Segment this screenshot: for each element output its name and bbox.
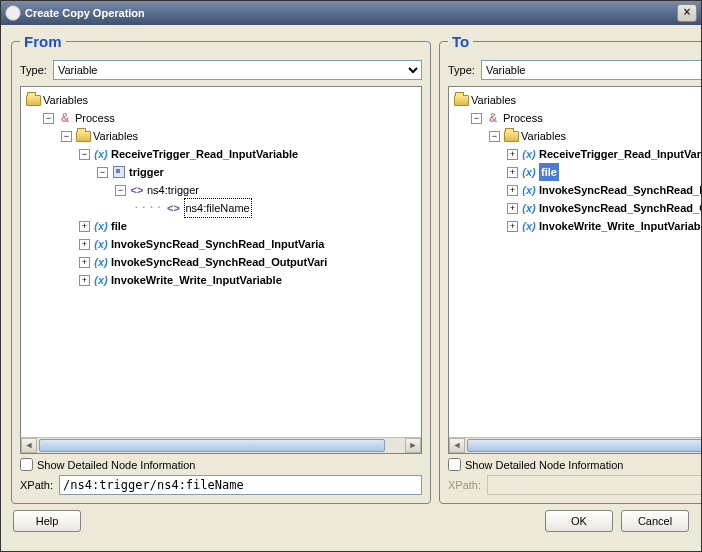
from-show-detail-label[interactable]: Show Detailed Node Information	[37, 459, 195, 471]
to-type-select[interactable]: Variable	[481, 60, 702, 80]
to-panel: To Type: Variable Variables − & Process	[439, 33, 702, 504]
tree-trigger[interactable]: trigger	[129, 163, 164, 181]
from-type-select[interactable]: Variable	[53, 60, 422, 80]
tree-item[interactable]: file	[111, 217, 127, 235]
tree-ns-filename-selected[interactable]: ns4:fileName	[184, 198, 252, 218]
help-button[interactable]: Help	[13, 510, 81, 532]
folder-icon	[454, 95, 469, 106]
variable-icon: (x)	[93, 236, 109, 252]
tree-item[interactable]: ReceiveTrigger_Read_InputVariable	[111, 145, 298, 163]
tree-connector: ····	[133, 199, 164, 217]
expand-icon[interactable]: +	[507, 185, 518, 196]
close-icon[interactable]: ×	[677, 4, 697, 22]
tree-ns-trigger[interactable]: ns4:trigger	[147, 181, 199, 199]
tree-vars-folder[interactable]: Variables	[521, 127, 566, 145]
folder-icon	[504, 131, 519, 142]
scroll-left-icon[interactable]: ◄	[449, 438, 465, 453]
from-type-label: Type:	[20, 64, 47, 76]
expand-icon[interactable]: +	[507, 167, 518, 178]
tree-item[interactable]: InvokeSyncRead_SynchRead_InputVaria	[111, 235, 324, 253]
horizontal-scrollbar[interactable]: ◄ ►	[21, 437, 421, 453]
variable-icon: (x)	[93, 254, 109, 270]
tree-item[interactable]: InvokeWrite_Write_InputVariable	[539, 217, 702, 235]
folder-icon	[26, 95, 41, 106]
tree-item-selected[interactable]: file	[539, 163, 559, 181]
expand-icon[interactable]: +	[79, 257, 90, 268]
variable-icon: (x)	[521, 182, 537, 198]
variable-icon: (x)	[521, 200, 537, 216]
scroll-right-icon[interactable]: ►	[405, 438, 421, 453]
tree-root[interactable]: Variables	[471, 91, 516, 109]
tree-item[interactable]: InvokeSyncRead_SynchRead_OutputVari	[111, 253, 327, 271]
variable-icon: (x)	[521, 164, 537, 180]
collapse-icon[interactable]: −	[43, 113, 54, 124]
process-icon: &	[485, 110, 501, 126]
tree-process[interactable]: Process	[503, 109, 543, 127]
collapse-icon[interactable]: −	[61, 131, 72, 142]
cancel-button[interactable]: Cancel	[621, 510, 689, 532]
to-show-detail-checkbox[interactable]	[448, 458, 461, 471]
collapse-icon[interactable]: −	[489, 131, 500, 142]
from-tree[interactable]: Variables − & Process − Variables − (x) …	[20, 86, 422, 454]
ns-element-icon: <>	[129, 182, 145, 198]
to-xpath-input	[487, 475, 702, 495]
variable-icon: (x)	[521, 146, 537, 162]
expand-icon[interactable]: +	[79, 239, 90, 250]
process-icon: &	[57, 110, 73, 126]
collapse-icon[interactable]: −	[97, 167, 108, 178]
variable-icon: (x)	[93, 272, 109, 288]
to-show-detail-label[interactable]: Show Detailed Node Information	[465, 459, 623, 471]
tree-process[interactable]: Process	[75, 109, 115, 127]
tree-item[interactable]: InvokeWrite_Write_InputVariable	[111, 271, 282, 289]
from-show-detail-checkbox[interactable]	[20, 458, 33, 471]
folder-icon	[76, 131, 91, 142]
collapse-icon[interactable]: −	[471, 113, 482, 124]
to-legend: To	[448, 33, 473, 50]
scroll-left-icon[interactable]: ◄	[21, 438, 37, 453]
to-xpath-label: XPath:	[448, 479, 481, 491]
from-legend: From	[20, 33, 66, 50]
ns-element-icon: <>	[166, 200, 182, 216]
expand-icon[interactable]: +	[79, 275, 90, 286]
expand-icon[interactable]: +	[507, 149, 518, 160]
variable-icon: (x)	[93, 218, 109, 234]
tree-item[interactable]: ReceiveTrigger_Read_InputVariable	[539, 145, 702, 163]
expand-icon[interactable]: +	[507, 221, 518, 232]
element-icon	[113, 166, 125, 178]
app-icon	[5, 5, 21, 21]
variable-icon: (x)	[521, 218, 537, 234]
titlebar: Create Copy Operation ×	[1, 1, 701, 25]
window-title: Create Copy Operation	[25, 7, 145, 19]
expand-icon[interactable]: +	[507, 203, 518, 214]
horizontal-scrollbar[interactable]: ◄ ►	[449, 437, 702, 453]
dialog-button-bar: Help OK Cancel	[1, 508, 701, 542]
tree-item[interactable]: InvokeSyncRead_SynchRead_InputVaria	[539, 181, 702, 199]
collapse-icon[interactable]: −	[79, 149, 90, 160]
from-panel: From Type: Variable Variables − & Proces…	[11, 33, 431, 504]
to-type-label: Type:	[448, 64, 475, 76]
collapse-icon[interactable]: −	[115, 185, 126, 196]
variable-icon: (x)	[93, 146, 109, 162]
tree-vars-folder[interactable]: Variables	[93, 127, 138, 145]
ok-button[interactable]: OK	[545, 510, 613, 532]
to-tree[interactable]: Variables − & Process − Variables + (x) …	[448, 86, 702, 454]
expand-icon[interactable]: +	[79, 221, 90, 232]
from-xpath-input[interactable]	[59, 475, 422, 495]
tree-item[interactable]: InvokeSyncRead_SynchRead_OutputVari	[539, 199, 702, 217]
from-xpath-label: XPath:	[20, 479, 53, 491]
tree-root[interactable]: Variables	[43, 91, 88, 109]
